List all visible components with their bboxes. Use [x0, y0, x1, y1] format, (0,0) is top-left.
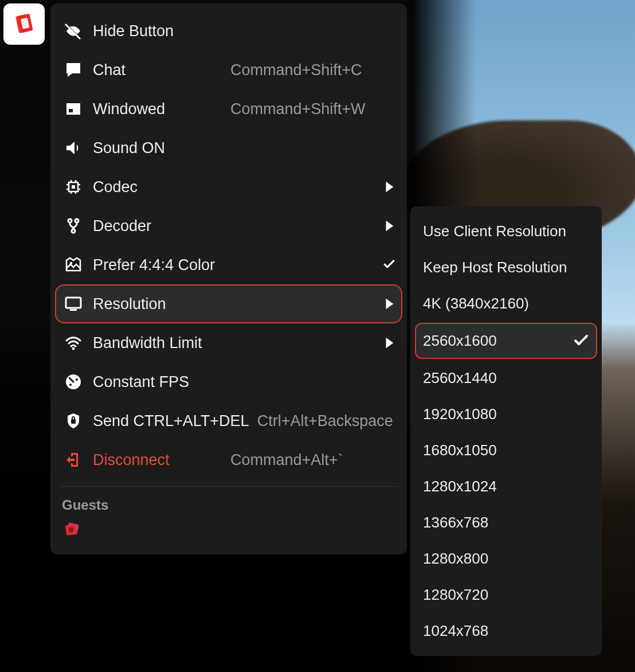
submenu-item-keep-host[interactable]: Keep Host Resolution — [414, 249, 598, 286]
submenu-item-label: 1280x720 — [423, 586, 589, 604]
submenu-item-2560x1600[interactable]: 2560x1600 — [416, 324, 596, 358]
menu-item-prefer-444[interactable]: Prefer 4:4:4 Color — [50, 245, 407, 284]
hide-icon — [62, 21, 85, 41]
submenu-item-label: 4K (3840x2160) — [423, 295, 589, 312]
chevron-right-icon — [378, 220, 395, 232]
menu-item-constant-fps[interactable]: Constant FPS — [50, 362, 407, 401]
submenu-item-label: 1680x1050 — [423, 442, 589, 459]
menu-item-label: Disconnect — [93, 451, 230, 469]
chip-icon — [62, 177, 85, 197]
menu-item-send-cad[interactable]: Send CTRL+ALT+DEL Ctrl+Alt+Backspace — [50, 401, 407, 440]
submenu-item-4k[interactable]: 4K (3840x2160) — [414, 286, 598, 322]
menu-item-shortcut: Command+Alt+` — [230, 451, 343, 469]
submenu-item-use-client[interactable]: Use Client Resolution — [414, 213, 598, 249]
speaker-icon — [62, 138, 85, 158]
menu-divider — [60, 486, 398, 487]
submenu-item-label: 1920x1080 — [423, 405, 589, 423]
submenu-item-label: 1024x768 — [423, 622, 589, 640]
app-logo-icon — [10, 10, 38, 38]
menu-item-decoder[interactable]: Decoder — [50, 206, 407, 245]
menu-item-label: Resolution — [93, 295, 230, 313]
submenu-item-1366x768[interactable]: 1366x768 — [414, 505, 598, 541]
chevron-right-icon — [378, 181, 395, 193]
submenu-item-2560x1440[interactable]: 2560x1440 — [414, 360, 598, 396]
menu-item-shortcut: Command+Shift+W — [230, 100, 366, 118]
menu-item-shortcut: Ctrl+Alt+Backspace — [257, 412, 393, 430]
submenu-item-label: 2560x1440 — [423, 369, 589, 387]
app-logo-button[interactable] — [3, 3, 45, 45]
submenu-item-label: Use Client Resolution — [423, 222, 589, 240]
menu-item-label: Decoder — [93, 217, 230, 235]
submenu-item-1680x1050[interactable]: 1680x1050 — [414, 432, 598, 468]
submenu-item-label: 2560x1600 — [423, 332, 573, 350]
guests-header: Guests — [50, 493, 407, 519]
shield-lock-icon — [62, 411, 85, 431]
menu-item-label: Send CTRL+ALT+DEL — [93, 412, 249, 430]
submenu-item-1280x1024[interactable]: 1280x1024 — [414, 468, 598, 505]
menu-item-label: Bandwidth Limit — [93, 334, 230, 352]
menu-item-label: Chat — [93, 61, 230, 79]
menu-item-shortcut: Command+Shift+C — [230, 61, 362, 79]
menu-item-disconnect[interactable]: Disconnect Command+Alt+` — [50, 440, 407, 479]
check-icon — [573, 333, 589, 349]
menu-item-label: Hide Button — [93, 22, 230, 40]
submenu-item-label: 1366x768 — [423, 514, 589, 532]
guest-logo-icon — [62, 519, 83, 540]
menu-item-chat[interactable]: Chat Command+Shift+C — [50, 50, 407, 89]
picture-icon — [62, 255, 85, 275]
resolution-submenu: Use Client Resolution Keep Host Resoluti… — [410, 206, 602, 656]
menu-item-label: Codec — [93, 178, 230, 196]
menu-item-hide-button[interactable]: Hide Button — [50, 11, 407, 50]
exit-icon — [62, 450, 85, 470]
menu-item-label: Sound ON — [93, 139, 230, 157]
wifi-icon — [62, 333, 85, 353]
check-icon — [378, 259, 395, 271]
gauge-icon — [62, 372, 85, 392]
menu-item-label: Windowed — [93, 100, 230, 118]
submenu-item-label: Keep Host Resolution — [423, 259, 589, 276]
guest-avatar[interactable] — [50, 519, 407, 544]
submenu-item-label: 1280x800 — [423, 550, 589, 568]
menu-item-bandwidth[interactable]: Bandwidth Limit — [50, 323, 407, 362]
submenu-item-label: 1280x1024 — [423, 478, 589, 495]
submenu-item-1920x1080[interactable]: 1920x1080 — [414, 396, 598, 432]
fork-icon — [62, 216, 85, 236]
window-icon — [62, 99, 85, 119]
chevron-right-icon — [378, 298, 395, 310]
submenu-item-1280x800[interactable]: 1280x800 — [414, 541, 598, 577]
menu-item-label: Constant FPS — [93, 373, 230, 391]
monitor-icon — [62, 294, 85, 314]
menu-item-resolution[interactable]: Resolution — [56, 286, 401, 322]
chat-icon — [62, 60, 85, 80]
menu-item-windowed[interactable]: Windowed Command+Shift+W — [50, 89, 407, 128]
main-menu: Hide Button Chat Command+Shift+C Windowe… — [50, 3, 407, 554]
chevron-right-icon — [378, 337, 395, 349]
submenu-item-1024x768[interactable]: 1024x768 — [414, 613, 598, 649]
menu-item-sound[interactable]: Sound ON — [50, 128, 407, 167]
submenu-item-1280x720[interactable]: 1280x720 — [414, 577, 598, 613]
menu-item-label: Prefer 4:4:4 Color — [93, 256, 230, 274]
menu-item-codec[interactable]: Codec — [50, 167, 407, 206]
